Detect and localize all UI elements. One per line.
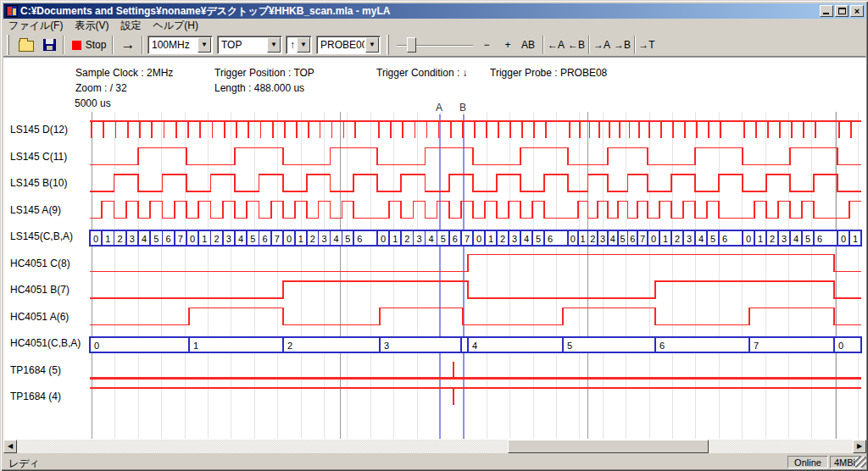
close-button[interactable]: × <box>850 5 864 17</box>
svg-text:7: 7 <box>754 341 759 351</box>
svg-text:6: 6 <box>357 234 362 244</box>
chevron-down-icon[interactable]: ▼ <box>365 37 379 53</box>
trigger-position-select[interactable]: TOP▼ <box>217 36 282 54</box>
menu-item-help[interactable]: ヘルプ(H) <box>147 18 203 34</box>
svg-text:4: 4 <box>142 234 147 244</box>
zoom-in-button[interactable]: + <box>498 35 517 55</box>
scroll-left-button[interactable]: ◀ <box>3 440 17 453</box>
toolbar: Stop → 100MHz▼TOP▼↑▼PROBE00▼−+AB←A←B→A→B… <box>3 33 865 57</box>
minimize-button[interactable] <box>820 5 833 17</box>
svg-text:3: 3 <box>226 234 231 244</box>
goto-a-left-button[interactable]: ←A <box>547 35 565 55</box>
toolbar-separator <box>63 36 64 54</box>
svg-text:1: 1 <box>298 234 303 244</box>
chevron-down-icon[interactable]: ▼ <box>267 37 281 53</box>
menu-item-settings[interactable]: 設定 <box>115 18 146 34</box>
stop-button[interactable]: Stop <box>69 35 109 55</box>
svg-text:2: 2 <box>310 234 315 244</box>
goto-b-right-button[interactable]: →B <box>613 35 632 55</box>
waveform-plot[interactable]: 0123456701234567012345601234567012345601… <box>3 58 866 441</box>
svg-text:5: 5 <box>153 234 159 244</box>
svg-text:6: 6 <box>453 234 458 244</box>
svg-text:0: 0 <box>651 234 656 244</box>
svg-text:5: 5 <box>345 234 350 244</box>
svg-text:3: 3 <box>512 234 517 244</box>
chevron-down-icon[interactable]: ▼ <box>198 37 211 53</box>
probe-select[interactable]: PROBE00▼ <box>316 36 381 54</box>
toolbar-separator <box>634 36 636 54</box>
single-run-button[interactable]: → <box>117 35 139 55</box>
svg-text:4: 4 <box>472 341 477 351</box>
svg-text:6: 6 <box>548 234 553 244</box>
menu-item-file[interactable]: ファイル(F) <box>3 18 68 34</box>
waveform-panel: Sample Clock : 2MHz Trigger Position : T… <box>3 57 866 440</box>
maximize-button[interactable] <box>835 5 849 17</box>
svg-text:2: 2 <box>118 234 123 244</box>
svg-text:4: 4 <box>610 234 615 244</box>
zoom-slider-handle[interactable] <box>407 37 416 53</box>
svg-text:5: 5 <box>805 234 810 244</box>
svg-text:0: 0 <box>841 234 846 244</box>
stop-icon <box>72 41 81 50</box>
svg-text:7: 7 <box>465 234 470 244</box>
menu-item-view[interactable]: 表示(V) <box>70 18 114 34</box>
svg-text:5: 5 <box>620 234 626 244</box>
chevron-down-icon[interactable]: ▼ <box>297 37 310 53</box>
svg-text:7: 7 <box>640 234 645 244</box>
resize-grip[interactable] <box>855 457 866 468</box>
online-indicator: Online <box>787 456 828 468</box>
cursor-ab-button[interactable]: AB <box>519 35 537 55</box>
svg-text:4: 4 <box>524 234 529 244</box>
menubar: ファイル(F)表示(V)設定ヘルプ(H) <box>3 19 865 33</box>
open-button[interactable] <box>15 35 37 55</box>
svg-text:6: 6 <box>659 341 665 351</box>
toolbar-separator <box>142 36 143 54</box>
toolbar-grip[interactable] <box>7 35 9 55</box>
zoom-out-button[interactable]: − <box>477 35 496 55</box>
svg-text:3: 3 <box>782 234 787 244</box>
svg-text:2: 2 <box>590 234 595 244</box>
trigger-edge-select-value: ↑ <box>287 39 296 51</box>
scrollbar-thumb[interactable] <box>508 440 709 453</box>
svg-text:1: 1 <box>853 234 858 244</box>
goto-trigger-button[interactable]: →T <box>637 35 656 55</box>
zoom-slider[interactable] <box>397 35 473 55</box>
svg-text:4: 4 <box>238 234 243 244</box>
window-title: C:¥Documents and Settings¥noname¥デスクトップ¥… <box>20 4 818 19</box>
toolbar-grip[interactable] <box>387 35 389 55</box>
svg-text:5: 5 <box>250 234 255 244</box>
svg-text:3: 3 <box>384 341 389 351</box>
svg-text:2: 2 <box>500 234 505 244</box>
svg-text:0: 0 <box>570 234 576 244</box>
horizontal-scrollbar[interactable]: ◀ ▶ <box>3 440 866 453</box>
svg-text:5: 5 <box>567 341 572 351</box>
goto-b-left-button[interactable]: ←B <box>567 35 586 55</box>
svg-text:0: 0 <box>287 234 292 244</box>
svg-text:3: 3 <box>322 234 327 244</box>
svg-text:2: 2 <box>287 341 292 351</box>
svg-text:6: 6 <box>817 234 822 244</box>
svg-text:6: 6 <box>722 234 727 244</box>
svg-text:4: 4 <box>333 234 338 244</box>
trigger-edge-select[interactable]: ↑▼ <box>286 36 312 54</box>
toolbar-separator <box>588 36 590 54</box>
sample-rate-select-value: 100MHz <box>148 39 197 51</box>
goto-a-right-button[interactable]: →A <box>593 35 611 55</box>
svg-text:7: 7 <box>275 234 280 244</box>
stop-label: Stop <box>86 39 107 51</box>
svg-text:7: 7 <box>178 234 183 244</box>
open-folder-icon <box>19 41 34 52</box>
svg-text:6: 6 <box>630 234 635 244</box>
svg-text:5: 5 <box>536 234 541 244</box>
svg-text:2: 2 <box>675 234 680 244</box>
svg-text:0: 0 <box>94 341 99 351</box>
titlebar: C:¥Documents and Settings¥noname¥デスクトップ¥… <box>3 3 865 19</box>
toolbar-separator <box>542 36 544 54</box>
svg-text:0: 0 <box>190 234 195 244</box>
scroll-right-button[interactable]: ▶ <box>853 440 866 453</box>
svg-text:1: 1 <box>488 234 493 244</box>
svg-text:5: 5 <box>710 234 715 244</box>
sample-rate-select[interactable]: 100MHz▼ <box>147 36 213 54</box>
save-button[interactable] <box>39 35 59 55</box>
svg-text:1: 1 <box>105 234 110 244</box>
